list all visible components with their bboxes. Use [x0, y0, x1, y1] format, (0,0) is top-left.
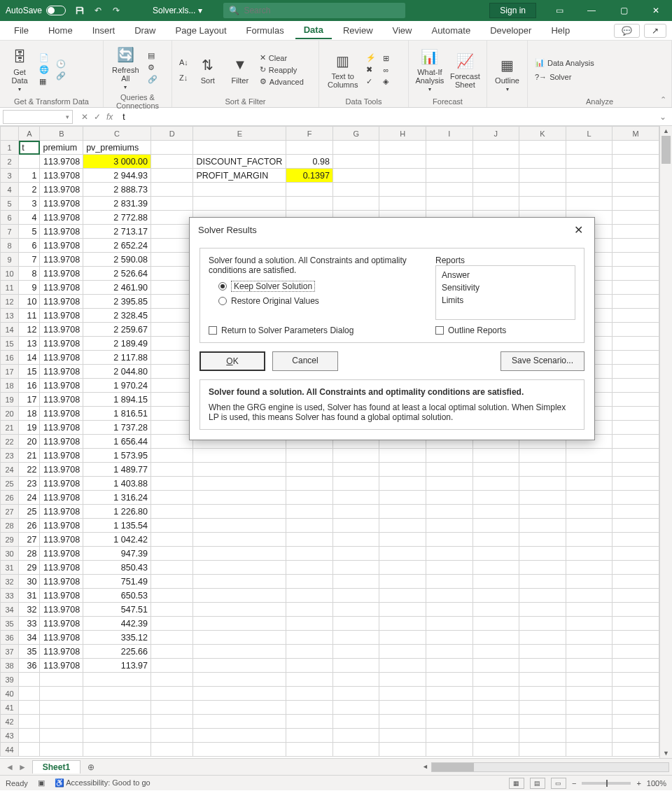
cell[interactable] [426, 575, 473, 589]
cell[interactable]: 113.9708 [40, 169, 83, 183]
row-header[interactable]: 35 [1, 617, 19, 631]
row-header[interactable]: 38 [1, 659, 19, 673]
cell[interactable] [150, 309, 193, 323]
zoom-slider[interactable] [582, 782, 631, 785]
cell[interactable]: 113.9708 [40, 309, 83, 323]
cell[interactable] [19, 155, 40, 169]
cell[interactable] [519, 645, 566, 659]
cell[interactable] [612, 449, 659, 463]
col-header-M[interactable]: M [612, 127, 659, 141]
row-header[interactable]: 28 [1, 519, 19, 533]
report-option[interactable]: Sensitivity [442, 281, 569, 294]
cell[interactable] [150, 365, 193, 379]
cell[interactable] [426, 169, 473, 183]
cell[interactable] [193, 575, 286, 589]
cell[interactable]: 2 117.88 [83, 351, 151, 365]
cell[interactable] [426, 603, 473, 617]
cell[interactable]: 113.9708 [40, 239, 83, 253]
cell[interactable] [286, 715, 333, 729]
cell[interactable] [566, 645, 612, 659]
cell[interactable] [286, 687, 333, 701]
cell[interactable] [519, 141, 566, 155]
cell[interactable] [286, 197, 333, 211]
cell[interactable] [472, 701, 519, 715]
cell[interactable] [150, 239, 193, 253]
cell[interactable] [193, 183, 286, 197]
zoom-level[interactable]: 100% [647, 779, 666, 788]
properties-icon[interactable]: ⚙ [146, 62, 159, 73]
cell[interactable] [150, 337, 193, 351]
cell[interactable] [150, 435, 193, 449]
row-header[interactable]: 19 [1, 393, 19, 407]
cell[interactable] [379, 743, 426, 757]
cell[interactable] [472, 645, 519, 659]
cell[interactable]: 113.9708 [40, 197, 83, 211]
cell[interactable]: 1 403.88 [83, 477, 151, 491]
cell[interactable] [19, 701, 40, 715]
cell[interactable] [612, 365, 659, 379]
minimize-icon[interactable]: — [575, 0, 608, 21]
cell[interactable] [332, 477, 379, 491]
cell[interactable] [519, 659, 566, 673]
cell[interactable]: 12 [19, 323, 40, 337]
cell[interactable] [612, 239, 659, 253]
cell[interactable] [612, 533, 659, 547]
fx-icon[interactable]: fx [106, 112, 113, 122]
col-header-G[interactable]: G [332, 127, 379, 141]
cell[interactable] [150, 351, 193, 365]
cell[interactable] [193, 463, 286, 477]
cell[interactable] [379, 477, 426, 491]
formula-input[interactable]: t [118, 112, 654, 122]
cell[interactable] [519, 505, 566, 519]
cell[interactable]: 28 [19, 547, 40, 561]
cell[interactable] [150, 421, 193, 435]
cell[interactable] [426, 533, 473, 547]
cell[interactable] [286, 575, 333, 589]
cell[interactable] [472, 141, 519, 155]
cell[interactable]: 2 044.80 [83, 365, 151, 379]
save-icon[interactable] [74, 5, 85, 16]
cell[interactable] [472, 519, 519, 533]
cell[interactable] [566, 141, 612, 155]
cell[interactable] [426, 673, 473, 687]
cell[interactable]: 1 489.77 [83, 463, 151, 477]
cell[interactable] [612, 225, 659, 239]
cell[interactable] [566, 575, 612, 589]
row-header[interactable]: 23 [1, 449, 19, 463]
cell[interactable] [426, 645, 473, 659]
cell[interactable] [19, 715, 40, 729]
row-header[interactable]: 20 [1, 407, 19, 421]
cell[interactable] [332, 631, 379, 645]
cell[interactable]: 21 [19, 449, 40, 463]
cell[interactable] [332, 141, 379, 155]
cell[interactable] [612, 561, 659, 575]
reports-list[interactable]: AnswerSensitivityLimits [435, 265, 575, 320]
row-header[interactable]: 6 [1, 211, 19, 225]
refresh-all-button[interactable]: 🔄Refresh All▾ [109, 43, 142, 92]
cell[interactable] [150, 477, 193, 491]
row-header[interactable]: 27 [1, 505, 19, 519]
cell[interactable] [612, 617, 659, 631]
cell[interactable]: 2 772.88 [83, 211, 151, 225]
cell[interactable] [40, 701, 83, 715]
cell[interactable] [472, 155, 519, 169]
cell[interactable] [332, 183, 379, 197]
cell[interactable]: 36 [19, 659, 40, 673]
cell[interactable] [332, 449, 379, 463]
cell[interactable] [150, 169, 193, 183]
cell[interactable] [83, 743, 151, 757]
cell[interactable] [150, 673, 193, 687]
row-header[interactable]: 15 [1, 337, 19, 351]
cell[interactable] [286, 673, 333, 687]
cell[interactable] [519, 617, 566, 631]
cell[interactable]: 547.51 [83, 603, 151, 617]
comments-button[interactable]: 💬 [614, 24, 640, 38]
cell[interactable] [193, 729, 286, 743]
scroll-thumb[interactable] [662, 136, 671, 164]
cell[interactable]: 113.9708 [40, 155, 83, 169]
row-header[interactable]: 3 [1, 169, 19, 183]
cell[interactable] [150, 211, 193, 225]
get-data-button[interactable]: 🗄Get Data▾ [6, 46, 34, 94]
cell[interactable] [612, 141, 659, 155]
row-header[interactable]: 24 [1, 463, 19, 477]
